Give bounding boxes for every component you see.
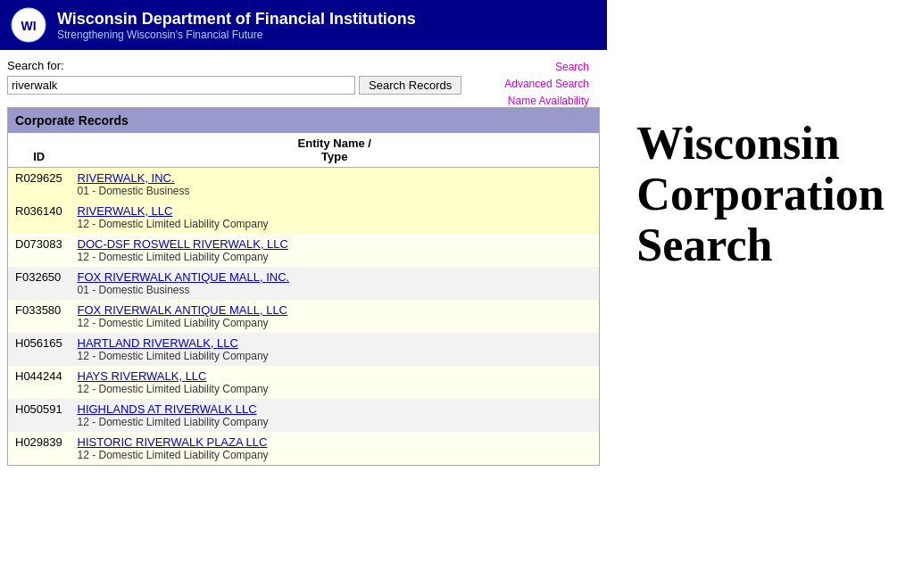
entity-id: D073083 (8, 234, 71, 267)
agency-subtitle: Strengthening Wisconsin's Financial Futu… (57, 29, 416, 41)
table-row: R036140RIVERWALK, LLC12 - Domestic Limit… (8, 201, 600, 234)
wi-dfi-logo: WI (11, 7, 46, 43)
table-row: D073083DOC-DSF ROSWELL RIVERWALK, LLC12 … (8, 234, 600, 267)
entity-name-link[interactable]: HISTORIC RIVERWALK PLAZA LLC (78, 435, 268, 449)
table-row: H044244HAYS RIVERWALK, LLC12 - Domestic … (8, 366, 600, 399)
entity-id: R029625 (8, 168, 71, 202)
table-row: H050591HIGHLANDS AT RIVERWALK LLC12 - Do… (8, 399, 600, 432)
entity-id: H044244 (8, 366, 71, 399)
entity-type: 01 - Domestic Business (78, 185, 593, 197)
entity-name-link[interactable]: FOX RIVERWALK ANTIQUE MALL, LLC (78, 303, 288, 317)
table-row: F033580FOX RIVERWALK ANTIQUE MALL, LLC12… (8, 300, 600, 333)
entity-type: 01 - Domestic Business (78, 284, 593, 296)
entity-info: RIVERWALK, LLC12 - Domestic Limited Liab… (71, 201, 600, 234)
table-row: R029625RIVERWALK, INC.01 - Domestic Busi… (8, 168, 600, 202)
table-section-header: Corporate Records (8, 108, 600, 134)
entity-info: HIGHLANDS AT RIVERWALK LLC12 - Domestic … (71, 399, 600, 432)
entity-type: 12 - Domestic Limited Liability Company (78, 416, 593, 428)
col-entity-header: Entity Name /Type (71, 133, 600, 168)
table-row: H029839HISTORIC RIVERWALK PLAZA LLC12 - … (8, 432, 600, 466)
entity-name-link[interactable]: HARTLAND RIVERWALK, LLC (78, 336, 238, 350)
corporate-records-table: Corporate Records ID Entity Name /Type R… (7, 107, 600, 466)
search-links: Search Advanced Search Name Availability (504, 59, 589, 111)
search-input[interactable] (7, 76, 355, 95)
col-id-header: ID (8, 133, 71, 168)
entity-id: H050591 (8, 399, 71, 432)
search-button[interactable]: Search Records (359, 76, 461, 95)
entity-type: 12 - Domestic Limited Liability Company (78, 218, 593, 230)
page-header: WI Wisconsin Department of Financial Ins… (0, 0, 607, 50)
results-panel: Corporate Records ID Entity Name /Type R… (0, 100, 607, 473)
header-text-block: Wisconsin Department of Financial Instit… (57, 10, 416, 41)
entity-info: HAYS RIVERWALK, LLC12 - Domestic Limited… (71, 366, 600, 399)
entity-type: 12 - Domestic Limited Liability Company (78, 251, 593, 263)
entity-info: DOC-DSF ROSWELL RIVERWALK, LLC12 - Domes… (71, 234, 600, 267)
entity-id: F032650 (8, 267, 71, 300)
entity-name-link[interactable]: HIGHLANDS AT RIVERWALK LLC (78, 402, 257, 416)
entity-name-link[interactable]: RIVERWALK, INC. (78, 171, 175, 185)
table-row: H056165HARTLAND RIVERWALK, LLC12 - Domes… (8, 333, 600, 366)
entity-info: FOX RIVERWALK ANTIQUE MALL, LLC12 - Dome… (71, 300, 600, 333)
entity-name-link[interactable]: FOX RIVERWALK ANTIQUE MALL, INC. (78, 270, 290, 284)
entity-type: 12 - Domestic Limited Liability Company (78, 317, 593, 329)
advanced-search-link[interactable]: Advanced Search (504, 76, 589, 93)
entity-id: R036140 (8, 201, 71, 234)
svg-text:WI: WI (21, 19, 36, 33)
entity-type: 12 - Domestic Limited Liability Company (78, 350, 593, 362)
side-panel: WisconsinCorporationSearch (607, 100, 914, 473)
entity-name-link[interactable]: HAYS RIVERWALK, LLC (78, 369, 207, 383)
entity-type: 12 - Domestic Limited Liability Company (78, 449, 593, 461)
entity-info: FOX RIVERWALK ANTIQUE MALL, INC.01 - Dom… (71, 267, 600, 300)
entity-id: H056165 (8, 333, 71, 366)
entity-type: 12 - Domestic Limited Liability Company (78, 383, 593, 395)
search-link[interactable]: Search (504, 59, 589, 76)
section-header-label: Corporate Records (8, 108, 600, 134)
side-title: WisconsinCorporationSearch (636, 118, 884, 271)
entity-info: HISTORIC RIVERWALK PLAZA LLC12 - Domesti… (71, 432, 600, 466)
entity-name-link[interactable]: DOC-DSF ROSWELL RIVERWALK, LLC (78, 237, 288, 251)
entity-name-link[interactable]: RIVERWALK, LLC (78, 204, 173, 218)
results-body: R029625RIVERWALK, INC.01 - Domestic Busi… (8, 168, 600, 466)
table-row: F032650FOX RIVERWALK ANTIQUE MALL, INC.0… (8, 267, 600, 300)
entity-info: HARTLAND RIVERWALK, LLC12 - Domestic Lim… (71, 333, 600, 366)
name-availability-link[interactable]: Name Availability (504, 93, 589, 110)
agency-title: Wisconsin Department of Financial Instit… (57, 10, 416, 29)
entity-id: F033580 (8, 300, 71, 333)
column-headers: ID Entity Name /Type (8, 133, 600, 168)
main-layout: Corporate Records ID Entity Name /Type R… (0, 100, 914, 473)
entity-id: H029839 (8, 432, 71, 466)
entity-info: RIVERWALK, INC.01 - Domestic Business (71, 168, 600, 202)
search-area: Search for: Search Records Search Advanc… (0, 50, 607, 100)
